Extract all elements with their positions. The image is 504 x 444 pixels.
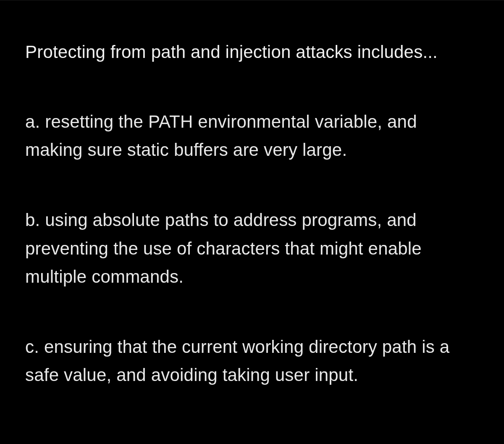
question-text: Protecting from path and injection attac… [25, 38, 479, 66]
option-c[interactable]: c. ensuring that the current working dir… [25, 333, 479, 389]
options-list: a. resetting the PATH environmental vari… [25, 108, 479, 389]
option-b[interactable]: b. using absolute paths to address progr… [25, 206, 479, 291]
option-a[interactable]: a. resetting the PATH environmental vari… [25, 108, 479, 164]
